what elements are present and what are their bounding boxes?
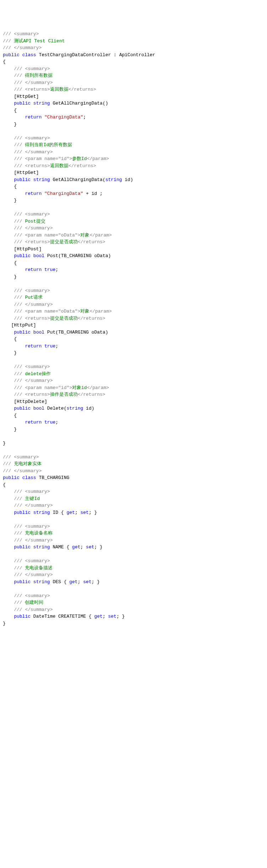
code-token: public xyxy=(14,406,31,411)
code-token: </returns> xyxy=(69,87,96,92)
code-line: public string GetAllChargingData(string … xyxy=(3,176,264,183)
code-token: ; } xyxy=(92,579,100,585)
code-token xyxy=(3,614,14,619)
code-token: /// <param name="id"> xyxy=(14,156,72,161)
code-line: } xyxy=(3,426,264,433)
code-token: /// xyxy=(14,531,25,536)
code-token: /// <summary> xyxy=(14,524,50,529)
code-token xyxy=(3,406,14,411)
code-token: return xyxy=(25,191,42,196)
code-line: /// 测试API Test Client xyxy=(3,38,264,45)
code-token xyxy=(3,101,14,106)
code-token: ; xyxy=(75,510,81,515)
code-line: return "ChargingData" + id ; xyxy=(3,190,264,197)
code-token: /// <summary> xyxy=(14,212,50,217)
code-line: [HttpPost] xyxy=(3,246,264,253)
code-token: /// </summary> xyxy=(14,572,53,577)
code-line: [HttpPut] xyxy=(3,322,264,329)
code-token: ; xyxy=(55,420,58,425)
code-token: /// <returns> xyxy=(14,163,50,169)
code-token: DES { xyxy=(50,579,70,585)
code-line: return "ChargingData"; xyxy=(3,114,264,121)
code-token xyxy=(3,156,14,161)
code-line: /// <returns>提交是否成功</returns> xyxy=(3,315,264,322)
code-token: get xyxy=(66,510,75,515)
code-line: /// <param name="id">参数Id</param> xyxy=(3,155,264,163)
code-token: 返回数据 xyxy=(50,163,69,169)
code-token: public xyxy=(3,475,20,480)
code-token: /// xyxy=(14,565,25,571)
code-token xyxy=(3,135,14,141)
code-token: /// <summary> xyxy=(14,558,50,564)
code-token: public xyxy=(14,101,31,106)
code-token: delete操作 xyxy=(25,371,51,377)
code-line: /// <summary> xyxy=(3,287,264,294)
code-token: /// <summary> xyxy=(14,593,50,598)
code-token: string xyxy=(33,579,50,585)
code-token: "ChargingData" xyxy=(44,191,83,196)
code-token xyxy=(3,371,14,377)
code-token xyxy=(3,558,14,564)
code-token: public xyxy=(14,544,31,550)
code-token: string xyxy=(33,177,50,182)
code-line: return true; xyxy=(3,266,264,273)
code-line: /// </summary> xyxy=(3,79,264,86)
code-token xyxy=(31,406,33,411)
code-token xyxy=(3,191,25,196)
code-token: public xyxy=(14,510,31,515)
code-token: /// <param name="id"> xyxy=(14,385,72,390)
code-line xyxy=(3,433,264,440)
code-token xyxy=(3,309,14,314)
code-token: return xyxy=(25,420,42,425)
code-token: bool xyxy=(33,406,44,411)
code-token: 操作是否成功 xyxy=(50,392,78,397)
code-token: ; } xyxy=(94,544,103,550)
code-line: /// <param name="id">对象id</param> xyxy=(3,384,264,392)
code-token: /// <returns> xyxy=(14,87,50,92)
code-token: bool xyxy=(33,330,44,335)
code-line: { xyxy=(3,107,264,114)
code-line: /// <param name="oData">对象</param> xyxy=(3,308,264,315)
code-token: ; xyxy=(103,614,108,619)
code-line: /// </summary> xyxy=(3,502,264,509)
code-token: /// </summary> xyxy=(14,302,53,307)
code-token: /// </summary> xyxy=(14,149,53,155)
code-line: } xyxy=(3,440,264,447)
code-token: ; xyxy=(55,344,58,349)
code-token: id) xyxy=(122,177,133,182)
code-token xyxy=(3,87,14,92)
code-token xyxy=(3,142,14,148)
code-token: 参数Id xyxy=(72,156,87,161)
code-token xyxy=(3,524,14,529)
code-token: /// <returns> xyxy=(14,316,50,321)
code-line: /// <summary> xyxy=(3,523,264,530)
code-line: /// <returns>返回数据</returns> xyxy=(3,163,264,170)
code-token: 对象 xyxy=(80,233,89,238)
code-line: /// 得到所有数据 xyxy=(3,72,264,79)
code-token: return xyxy=(25,115,42,120)
code-token: /// xyxy=(14,73,25,78)
code-line: /// 得到当前Id的所有数据 xyxy=(3,142,264,149)
code-token xyxy=(3,572,14,577)
code-token: "ChargingData" xyxy=(44,115,83,120)
code-token: 返回数据 xyxy=(50,87,69,92)
code-token: 对象 xyxy=(80,309,89,314)
code-token: string xyxy=(33,510,50,515)
code-token: public xyxy=(14,177,31,182)
code-token: /// xyxy=(3,38,14,44)
code-token xyxy=(3,295,14,300)
code-token: 充电设备名称 xyxy=(25,531,53,536)
code-line: } xyxy=(3,273,264,281)
code-token xyxy=(42,344,44,349)
code-token: 得到当前Id的所有数据 xyxy=(25,142,72,148)
code-line: /// </summary> xyxy=(3,44,264,52)
code-line: /// 主键Id xyxy=(3,495,264,502)
code-token xyxy=(3,239,14,245)
code-token xyxy=(3,385,14,390)
code-token: </returns> xyxy=(78,239,105,245)
code-line: /// Put请求 xyxy=(3,294,264,301)
code-token: string xyxy=(105,177,122,182)
code-token xyxy=(3,531,14,536)
code-line: public string NAME { get; set; } xyxy=(3,544,264,551)
code-line: } xyxy=(3,121,264,128)
